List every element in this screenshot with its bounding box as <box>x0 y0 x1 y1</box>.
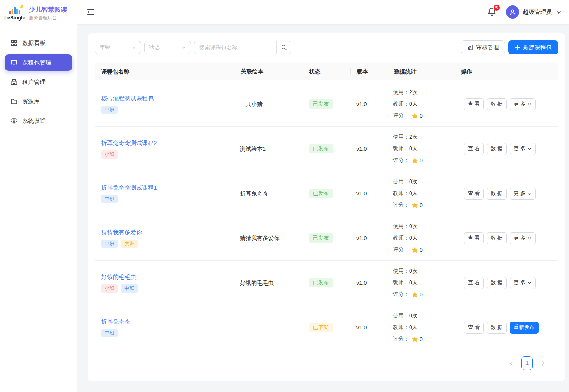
more-button[interactable]: 更 多 <box>510 188 536 200</box>
rating-label: 评分： <box>393 157 409 164</box>
data-button[interactable]: 数 据 <box>487 98 507 110</box>
review-management-button[interactable]: 审核管理 <box>461 40 505 54</box>
more-button[interactable]: 更 多 <box>510 232 536 244</box>
sidebar-collapse-icon[interactable] <box>86 7 95 17</box>
search-button[interactable] <box>276 41 291 54</box>
status-badge: 已发布 <box>309 278 333 288</box>
more-label: 更 多 <box>514 145 526 152</box>
chevron-down-icon <box>182 45 186 50</box>
column-header: 状态 <box>303 68 350 75</box>
chevron-down-icon <box>527 236 532 240</box>
view-button[interactable]: 查 看 <box>464 188 484 200</box>
course-package-link[interactable]: 猜猜我有多爱你 <box>101 229 142 236</box>
view-button[interactable]: 查 看 <box>464 232 484 244</box>
status-select[interactable]: 状态 <box>144 41 191 54</box>
search-box <box>194 41 291 54</box>
usage-label: 使用： <box>393 89 409 96</box>
more-button[interactable]: 更 多 <box>510 143 536 155</box>
picbook-name: 好饿的毛毛虫 <box>235 279 303 287</box>
usage-label: 使用： <box>393 268 409 275</box>
page-number[interactable]: 1 <box>521 356 533 370</box>
view-button[interactable]: 查 看 <box>464 98 484 110</box>
more-label: 更 多 <box>514 190 526 197</box>
table-row: 核心流程测试课程包 中班 三只小猪 已发布 v1.0 使用：2次 教师：0人 评… <box>95 82 558 127</box>
prev-page-icon[interactable] <box>506 358 516 368</box>
grade-tag: 中班 <box>101 329 118 337</box>
rating-value: 0 <box>420 113 423 119</box>
teachers-value: 0人 <box>409 279 418 286</box>
star-icon <box>411 336 418 343</box>
notification-bell[interactable]: 5 <box>487 7 497 17</box>
sidebar-item-dashboard[interactable]: 数据看板 <box>5 35 72 51</box>
usage-value: 2次 <box>409 134 418 141</box>
user-name: 超级管理员 <box>523 9 552 16</box>
main-content: 年级 状态 <box>77 24 569 392</box>
view-button[interactable]: 查 看 <box>464 277 484 289</box>
version-value: v1.0 <box>350 235 388 241</box>
sidebar-item-settings[interactable]: 系统设置 <box>5 113 72 129</box>
create-package-button[interactable]: 新建课程包 <box>508 40 558 54</box>
status-badge: 已发布 <box>309 189 333 199</box>
sidebar-item-tenants[interactable]: 租户管理 <box>5 74 72 90</box>
sidebar-item-resources[interactable]: 资源库 <box>5 93 72 110</box>
republish-button[interactable]: 重新发布 <box>510 322 539 334</box>
status-select-value: 状态 <box>149 44 160 51</box>
gear-icon <box>11 117 18 124</box>
picbook-name: 折耳兔奇奇 <box>235 190 303 197</box>
grade-select-value: 年级 <box>100 44 110 51</box>
rating-label: 评分： <box>393 291 409 298</box>
more-button[interactable]: 更 多 <box>510 98 536 110</box>
rating-value: 0 <box>420 202 423 208</box>
building-icon <box>11 78 18 85</box>
sidebar-item-label: 数据看板 <box>22 40 46 47</box>
course-package-link[interactable]: 折耳兔奇奇 <box>101 318 130 326</box>
column-header: 版本 <box>350 68 388 75</box>
stats-cell: 使用：0次 教师：0人 评分：0 <box>388 310 455 345</box>
pagination: 1 <box>95 356 558 370</box>
stats-cell: 使用：0次 教师：0人 评分：0 <box>388 265 455 300</box>
data-button[interactable]: 数 据 <box>487 232 507 244</box>
data-button[interactable]: 数 据 <box>487 322 507 334</box>
grade-tag: 小班 <box>101 284 118 293</box>
data-button[interactable]: 数 据 <box>487 188 507 200</box>
next-page-icon[interactable] <box>538 358 548 368</box>
teachers-label: 教师： <box>393 145 409 152</box>
more-label: 更 多 <box>514 279 526 286</box>
star-icon <box>411 157 418 164</box>
lesingle-logo-icon: LeSingle <box>5 7 25 21</box>
stats-cell: 使用：2次 教师：0人 评分：0 <box>388 87 455 122</box>
version-value: v1.0 <box>350 324 388 331</box>
column-header: 课程包名称 <box>95 68 235 75</box>
column-header: 操作 <box>455 68 558 75</box>
course-package-link[interactable]: 折耳兔奇奇测试课程2 <box>101 139 157 147</box>
sidebar: LeSingle 少儿智慧阅读 服务管理后台 数据看板 课程包管 <box>0 0 77 392</box>
view-button[interactable]: 查 看 <box>464 322 484 334</box>
course-package-link[interactable]: 好饿的毛毛虫 <box>101 274 136 281</box>
chevron-down-icon <box>527 281 532 285</box>
chevron-down-icon <box>132 45 136 50</box>
sidebar-menu: 数据看板 课程包管理 租户管理 <box>0 27 77 129</box>
status-badge: 已发布 <box>309 144 333 154</box>
data-button[interactable]: 数 据 <box>487 143 507 155</box>
search-input[interactable] <box>194 41 276 54</box>
grade-tag: 大班 <box>121 240 138 248</box>
course-package-panel: 年级 状态 <box>88 33 565 381</box>
user-menu[interactable]: 超级管理员 <box>506 5 561 19</box>
data-button[interactable]: 数 据 <box>487 277 507 289</box>
sidebar-item-course-packages[interactable]: 课程包管理 <box>5 54 72 71</box>
picbook-name: 测试绘本1 <box>235 145 303 153</box>
picbook-name: 猜猜我有多爱你 <box>235 235 303 242</box>
teachers-label: 教师： <box>393 190 409 197</box>
stats-cell: 使用：0次 教师：0人 评分：0 <box>388 221 455 256</box>
more-button[interactable]: 更 多 <box>510 277 536 289</box>
teachers-value: 0人 <box>409 235 418 242</box>
top-header: 5 超级管理员 <box>77 0 569 24</box>
sidebar-item-label: 课程包管理 <box>22 59 51 66</box>
view-button[interactable]: 查 看 <box>464 143 484 155</box>
chevron-down-icon <box>527 102 532 106</box>
teachers-value: 0人 <box>409 145 418 152</box>
course-package-link[interactable]: 核心流程测试课程包 <box>101 95 154 102</box>
grade-select[interactable]: 年级 <box>95 41 141 54</box>
picbook-name: 三只小猪 <box>235 101 303 108</box>
course-package-link[interactable]: 折耳兔奇奇测试课程1 <box>101 184 157 192</box>
